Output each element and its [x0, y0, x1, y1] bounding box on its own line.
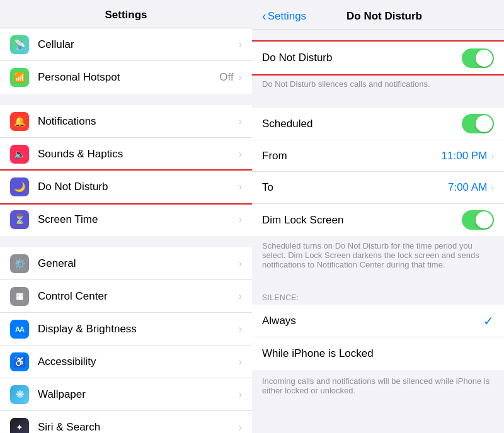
dim-lock-row[interactable]: Dim Lock Screen — [252, 203, 504, 236]
always-row[interactable]: Always ✓ — [252, 305, 504, 337]
section-connectivity: 📡 Cellular › 📶 Personal Hotspot Off › — [0, 28, 252, 94]
sounds-label: Sounds & Haptics — [38, 148, 238, 160]
general-icon: ⚙️ — [10, 254, 29, 273]
dnd-icon: 🌙 — [10, 177, 29, 196]
to-row[interactable]: To 7:00 AM › — [252, 172, 504, 203]
sidebar-item-wallpaper[interactable]: ❋ Wallpaper › — [0, 378, 252, 411]
notifications-chevron: › — [239, 116, 242, 127]
general-chevron: › — [239, 258, 242, 269]
wallpaper-chevron: › — [239, 389, 242, 400]
back-label: Settings — [268, 10, 306, 23]
from-chevron: › — [491, 151, 494, 161]
cellular-icon: 📡 — [10, 35, 29, 54]
screentime-chevron: › — [239, 214, 242, 225]
always-checkmark: ✓ — [483, 313, 494, 329]
screentime-label: Screen Time — [38, 213, 238, 226]
wallpaper-label: Wallpaper — [38, 388, 238, 401]
siri-label: Siri & Search — [38, 421, 238, 433]
right-panel-title: Do Not Disturb — [306, 10, 462, 23]
section-notifications: 🔔 Notifications › 🔈 Sounds & Haptics › 🌙… — [0, 105, 252, 236]
dim-toggle[interactable] — [462, 210, 494, 230]
to-label: To — [262, 181, 448, 194]
control-center-label: Control Center — [38, 290, 238, 303]
accessibility-icon: ♿ — [10, 352, 29, 371]
dnd-chevron: › — [239, 181, 242, 193]
bottom-description: Incoming calls and notifications will be… — [252, 370, 504, 402]
dnd-toggle[interactable] — [462, 48, 494, 68]
from-label: From — [262, 150, 442, 162]
dnd-label: Do Not Disturb — [38, 181, 238, 193]
left-panel-header: Settings — [0, 0, 252, 28]
scheduled-row[interactable]: Scheduled — [252, 108, 504, 140]
dim-label: Dim Lock Screen — [262, 214, 462, 227]
sidebar-item-personal-hotspot[interactable]: 📶 Personal Hotspot Off › — [0, 61, 252, 94]
siri-chevron: › — [239, 422, 242, 433]
hotspot-label: Personal Hotspot — [38, 71, 219, 84]
settings-list: 📡 Cellular › 📶 Personal Hotspot Off › 🔔 — [0, 28, 252, 433]
display-label: Display & Brightness — [38, 323, 238, 335]
hotspot-value: Off — [219, 71, 233, 84]
from-value: 11:00 PM — [442, 150, 488, 162]
sidebar-item-cellular[interactable]: 📡 Cellular › — [0, 28, 252, 61]
back-button[interactable]: ‹ Settings — [262, 9, 306, 23]
dnd-main-section: Do Not Disturb — [252, 42, 504, 74]
always-label: Always — [262, 315, 483, 327]
sidebar-item-accessibility[interactable]: ♿ Accessibility › — [0, 346, 252, 378]
while-locked-label: While iPhone is Locked — [262, 347, 494, 360]
settings-left-panel: Settings 📡 Cellular › 📶 Personal Hotspot… — [0, 0, 252, 433]
section-general: ⚙️ General › ▦ Control Center › AA Displ… — [0, 247, 252, 433]
scheduled-section: Scheduled From 11:00 PM › To 7:00 AM › D… — [252, 108, 504, 236]
back-chevron-icon: ‹ — [262, 9, 266, 23]
sidebar-item-display-brightness[interactable]: AA Display & Brightness › — [0, 313, 252, 346]
sidebar-item-dnd[interactable]: 🌙 Do Not Disturb › — [0, 171, 252, 203]
scheduled-toggle[interactable] — [462, 114, 494, 133]
control-center-icon: ▦ — [10, 287, 29, 306]
siri-icon: ✦ — [10, 418, 29, 433]
silence-section-label: SILENCE: — [252, 288, 504, 305]
sidebar-item-siri[interactable]: ✦ Siri & Search › — [0, 411, 252, 433]
sidebar-item-control-center[interactable]: ▦ Control Center › — [0, 280, 252, 313]
hotspot-icon: 📶 — [10, 68, 29, 87]
general-label: General — [38, 257, 238, 270]
control-center-chevron: › — [239, 291, 242, 302]
cellular-label: Cellular — [38, 38, 238, 51]
while-locked-row[interactable]: While iPhone is Locked — [252, 337, 504, 370]
left-header-title: Settings — [105, 9, 147, 21]
scheduled-label: Scheduled — [262, 118, 462, 130]
notifications-icon: 🔔 — [10, 112, 29, 131]
from-row[interactable]: From 11:00 PM › — [252, 140, 504, 172]
sidebar-item-general[interactable]: ⚙️ General › — [0, 247, 252, 280]
dim-toggle-thumb — [476, 211, 493, 228]
sidebar-item-screentime[interactable]: ⏳ Screen Time › — [0, 203, 252, 236]
dnd-main-label: Do Not Disturb — [262, 52, 462, 64]
accessibility-label: Accessibility — [38, 356, 238, 368]
wallpaper-icon: ❋ — [10, 385, 29, 404]
display-chevron: › — [239, 323, 242, 335]
silence-options: Always ✓ While iPhone is Locked — [252, 305, 504, 370]
to-value: 7:00 AM — [448, 181, 487, 194]
scheduled-description: Scheduled turns on Do Not Disturb for th… — [252, 236, 504, 277]
sounds-icon: 🔈 — [10, 145, 29, 164]
right-header: ‹ Settings Do Not Disturb — [252, 0, 504, 30]
display-icon: AA — [10, 320, 29, 339]
dnd-description: Do Not Disturb silences calls and notifi… — [252, 74, 504, 96]
notifications-label: Notifications — [38, 115, 238, 128]
cellular-chevron: › — [239, 39, 242, 50]
dnd-detail-panel: ‹ Settings Do Not Disturb Do Not Disturb… — [252, 0, 504, 433]
dnd-toggle-thumb — [476, 50, 493, 67]
hotspot-chevron: › — [239, 72, 242, 83]
scheduled-toggle-thumb — [476, 115, 493, 132]
sounds-chevron: › — [239, 149, 242, 160]
sidebar-item-sounds[interactable]: 🔈 Sounds & Haptics › — [0, 138, 252, 171]
accessibility-chevron: › — [239, 356, 242, 368]
dnd-toggle-row[interactable]: Do Not Disturb — [252, 42, 504, 74]
to-chevron: › — [491, 183, 494, 193]
dnd-content: Do Not Disturb Do Not Disturb silences c… — [252, 30, 504, 433]
sidebar-item-notifications[interactable]: 🔔 Notifications › — [0, 105, 252, 138]
screentime-icon: ⏳ — [10, 210, 29, 229]
